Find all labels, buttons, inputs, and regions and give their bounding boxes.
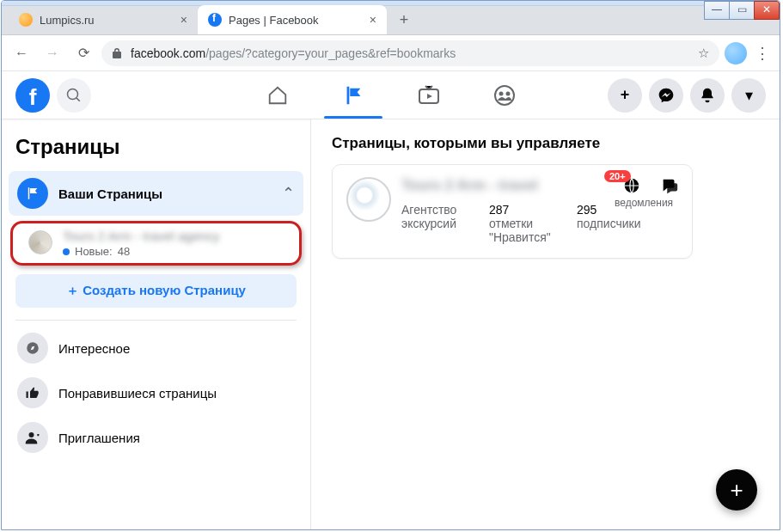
page-thumbnail	[28, 230, 52, 254]
chat-icon	[658, 174, 682, 198]
stat-category: Агентство экскурсий	[401, 203, 470, 244]
nav-pages[interactable]	[319, 71, 388, 119]
facebook-logo[interactable]: f	[15, 78, 50, 113]
address-bar[interactable]: facebook.com/pages/?category=your_pages&…	[101, 40, 719, 66]
sidebar-label: Ваши Страницы	[58, 187, 162, 201]
sidebar-item-invites[interactable]: Приглашения	[9, 415, 303, 460]
svg-point-5	[29, 432, 34, 437]
search-button[interactable]	[57, 78, 91, 113]
page-name: Tours 2 Arm - travel agency	[63, 229, 220, 243]
create-button[interactable]: +	[608, 78, 642, 113]
chevron-up-icon: ⌃	[282, 184, 295, 203]
minimize-button[interactable]: —	[704, 1, 730, 20]
like-icon	[17, 377, 48, 408]
stat-followers: 295 подписчики	[577, 203, 641, 244]
page-list-item[interactable]: Tours 2 Arm - travel agency Новые: 48	[20, 229, 292, 258]
back-button[interactable]: ←	[9, 40, 34, 66]
svg-point-1	[495, 86, 514, 105]
card-notifications[interactable]: 20+ ведомления	[615, 174, 649, 209]
browser-tab-lumpics[interactable]: Lumpics.ru ×	[9, 5, 198, 34]
divider	[15, 320, 297, 321]
reload-button[interactable]: ⟳	[70, 40, 96, 66]
sidebar: Страницы Ваши Страницы ⌃ Tours 2 Arm - t…	[2, 119, 311, 529]
maximize-button[interactable]: ▭	[729, 1, 755, 20]
account-menu-button[interactable]: ▾	[731, 78, 766, 113]
profile-avatar[interactable]	[725, 42, 747, 64]
facebook-header: f + ▾	[2, 71, 780, 119]
compass-icon	[17, 333, 48, 364]
nav-groups[interactable]	[470, 71, 539, 119]
sidebar-item-discover[interactable]: Интересное	[9, 326, 303, 370]
page-card-stats: Агентство экскурсий 287 отметки "Нравитс…	[401, 203, 678, 244]
favicon-icon	[208, 13, 222, 27]
page-card[interactable]: Tours 2 Arm - travel Агентство экскурсий…	[332, 164, 693, 259]
messenger-button[interactable]	[649, 78, 683, 113]
close-tab-icon[interactable]: ×	[180, 13, 187, 27]
page-card-thumbnail	[346, 177, 391, 222]
stat-likes: 287 отметки "Нравится"	[489, 203, 558, 244]
url-text: facebook.com/pages/?category=your_pages&…	[131, 46, 456, 60]
highlighted-page-entry: Tours 2 Arm - travel agency Новые: 48	[10, 221, 302, 266]
browser-tab-facebook[interactable]: Pages | Facebook ×	[198, 5, 387, 34]
notifications-button[interactable]	[690, 78, 725, 113]
main-heading: Страницы, которыми вы управляете	[332, 135, 759, 152]
plus-icon: ＋	[66, 283, 83, 297]
tab-title: Lumpics.ru	[40, 14, 174, 27]
main-content: Страницы, которыми вы управляете Tours 2…	[311, 119, 780, 529]
favicon-icon	[19, 13, 33, 27]
sidebar-label: Интересное	[58, 341, 130, 356]
badge-count: 20+	[604, 170, 631, 182]
new-tab-button[interactable]: +	[392, 8, 416, 32]
browser-menu-button[interactable]: ⋮	[752, 44, 773, 63]
nav-watch[interactable]	[395, 71, 463, 119]
browser-tabstrip: Lumpics.ru × Pages | Facebook × +	[2, 1, 780, 35]
nav-home[interactable]	[243, 71, 312, 119]
browser-toolbar: ← → ⟳ facebook.com/pages/?category=your_…	[2, 35, 780, 71]
bookmark-star-icon[interactable]: ☆	[698, 46, 709, 61]
sidebar-label: Понравившиеся страницы	[58, 386, 217, 401]
unread-dot-icon	[63, 248, 70, 255]
svg-point-3	[505, 91, 510, 95]
fab-create-button[interactable]: +	[716, 469, 757, 511]
close-tab-icon[interactable]: ×	[370, 13, 376, 27]
sidebar-title: Страницы	[9, 130, 303, 171]
svg-point-2	[499, 91, 503, 95]
create-page-button[interactable]: ＋ Создать новую Страницу	[15, 274, 297, 308]
invite-icon	[17, 422, 48, 453]
window-controls: — ▭ ✕	[705, 1, 780, 20]
page-subtext: Новые: 48	[63, 245, 220, 258]
card-messages[interactable]	[658, 174, 682, 198]
forward-button[interactable]: →	[40, 40, 65, 66]
close-window-button[interactable]: ✕	[754, 1, 780, 20]
tab-title: Pages | Facebook	[229, 14, 363, 27]
sidebar-label: Приглашения	[58, 431, 140, 445]
flag-icon	[17, 178, 48, 209]
sidebar-item-your-pages[interactable]: Ваши Страницы ⌃	[9, 171, 303, 216]
sidebar-item-liked[interactable]: Понравившиеся страницы	[9, 370, 303, 415]
lock-icon	[112, 47, 122, 59]
